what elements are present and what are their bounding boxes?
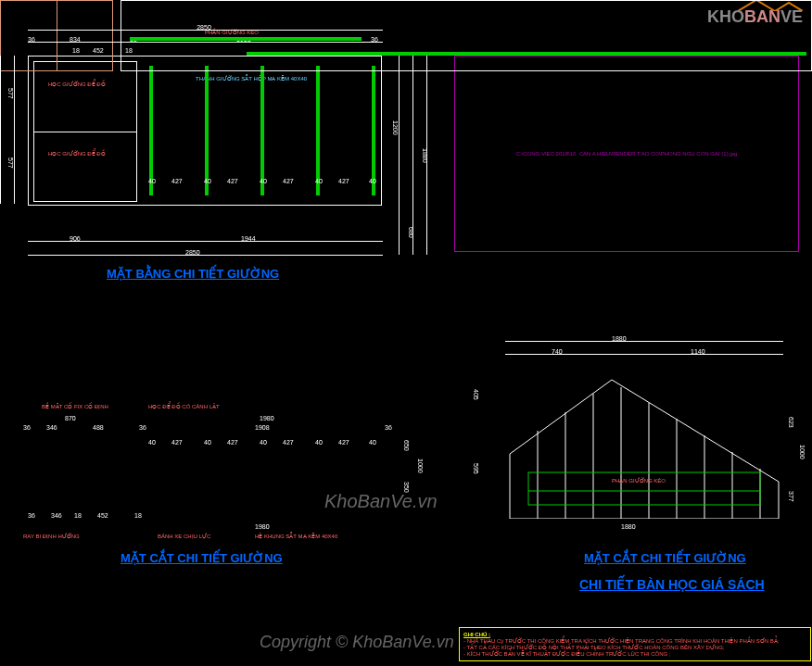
- watermark-copyright: Copyright © KhoBanVe.vn: [260, 633, 454, 652]
- dim-line: [28, 42, 383, 43]
- dim-slat2: 40: [204, 178, 211, 184]
- s1-ts0: 36: [23, 424, 31, 431]
- s2-bot: 1880: [621, 523, 636, 530]
- dim-slat4: 40: [260, 178, 267, 184]
- s1-ts4: 1908: [255, 424, 270, 431]
- stud: [205, 66, 209, 195]
- dim-vl0: 577: [7, 88, 14, 99]
- s2-vl1: 595: [473, 463, 479, 474]
- s2-vr2: 1000: [799, 445, 806, 459]
- s1-ts2: 488: [93, 424, 104, 431]
- section2-subtitle: CHI TIẾT BÀN HỌC GIÁ SÁCH: [579, 577, 765, 592]
- section1-left-frame: [0, 0, 113, 71]
- plan-title: MẶT BẰNG CHI TIẾT GIƯỜNG: [107, 267, 279, 281]
- dim-line: [14, 56, 15, 204]
- s1-b0: 36: [28, 512, 35, 519]
- s1-sl2: 40: [204, 439, 211, 446]
- s1-b2: 18: [74, 512, 82, 519]
- note-line: - KÍCH THƯỚC BẢN VẼ KĨ THUẬT ĐƯỢC ĐIỀU C…: [463, 650, 806, 657]
- s1-b1: 346: [51, 512, 62, 519]
- s1-top1: 1980: [260, 415, 274, 421]
- reference-image-box: C:\CONG VIEC 2018\10. CAN A HIEU\RENDER …: [454, 56, 799, 252]
- dim-line: [505, 341, 783, 342]
- drawer-top: HỌC GIƯỜNG ĐỂ ĐỒ: [34, 62, 136, 132]
- watermark-center: KhoBanVe.vn: [324, 491, 438, 512]
- s1-v2: 1000: [417, 459, 424, 473]
- plan-drawers: HỌC GIƯỜNG ĐỂ ĐỒ HỌC GIƯỜNG ĐỂ ĐỒ: [33, 61, 137, 202]
- dim-vf0: 1200: [392, 120, 399, 135]
- s1-sl5: 427: [283, 439, 294, 446]
- dim-line: [28, 255, 383, 256]
- s1-top0: 870: [65, 415, 76, 421]
- reference-path: C:\CONG VIEC 2018\10. CAN A HIEU\RENDER …: [516, 151, 738, 157]
- drawer-top-label: HỌC GIƯỜNG ĐỂ ĐỒ: [48, 81, 106, 87]
- note-line: - NHÀ THẦU Cý TRƯỚC THI CÔNG KIỂM TRA KÍ…: [463, 637, 806, 644]
- wheel-label: BÁNH XE CHỊU LỰC: [158, 533, 210, 539]
- dim-line: [28, 30, 383, 31]
- dim-slat5: 427: [283, 178, 294, 184]
- s1-v0: 650: [403, 440, 410, 451]
- section2-title: MẶT CẮT CHI TIẾT GIƯỜNG: [584, 551, 746, 565]
- frame-note: THANH GIƯỜNG SẮT HỘP MẠ KẼM 40X40: [196, 75, 307, 82]
- s2-vr0: 623: [788, 417, 794, 428]
- s1-sl7: 427: [338, 439, 349, 446]
- s1-sl1: 427: [171, 439, 183, 446]
- dim-line: [28, 241, 383, 242]
- divider: [57, 1, 57, 70]
- section1-view: PHẦN GIƯỜNG KÉO: [0, 0, 371, 74]
- s1-sl8: 40: [369, 439, 376, 446]
- s1-sl3: 427: [227, 439, 238, 446]
- dim-line: [426, 56, 427, 255]
- rail-label: RAY BI ĐỊNH HƯỚNG: [23, 533, 80, 539]
- note-line: - TẤT CẢ CÁC KÍCH THƯỚC ĐỒ NỘI THẤT PHẢI…: [463, 644, 806, 650]
- s2-vr1: 377: [788, 491, 794, 502]
- stud: [149, 66, 153, 195]
- s2-vl0: 405: [473, 389, 479, 400]
- s1-b4: 18: [134, 512, 142, 519]
- frame-label: HỆ KHUNG SẮT MẠ KẼM 40X40: [255, 533, 337, 539]
- stud: [316, 66, 320, 195]
- dim-slat7: 427: [338, 178, 349, 184]
- s1-sl6: 40: [315, 439, 323, 446]
- drawer-bot: HỌC GIƯỜNG ĐỂ ĐỒ: [34, 132, 136, 201]
- dim-slat6: 40: [315, 178, 323, 184]
- drawer-label: HỌC ĐỂ ĐỒ CÓ CÁNH LẬT: [148, 403, 220, 409]
- stud: [260, 66, 264, 195]
- section1-title: MẶT CẮT CHI TIẾT GIƯỜNG: [121, 551, 283, 565]
- dim-line: [0, 56, 1, 204]
- s1-ts3: 36: [139, 424, 146, 431]
- dim-line: [399, 56, 400, 255]
- house-outline-icon: [491, 361, 797, 519]
- stud: [372, 66, 375, 195]
- dim-slat3: 427: [227, 178, 238, 184]
- s1-ts1: 346: [46, 424, 57, 431]
- s1-b5: 1980: [255, 523, 270, 530]
- section2-view: PHẦN GIƯỜNG KÉO: [491, 361, 797, 519]
- section1-right-frame: PHẦN GIƯỜNG KÉO: [121, 0, 812, 71]
- dim-slat8: 40: [369, 178, 376, 184]
- surface-label: BỀ MẶT CỐ FIX CỐ ĐỊNH: [42, 403, 108, 409]
- section1-base: [247, 52, 806, 56]
- s1-b3: 452: [97, 512, 108, 519]
- dim-line: [505, 354, 783, 355]
- dim-line: [412, 56, 413, 255]
- slat-row: [130, 37, 362, 41]
- s1-ts5: 36: [385, 424, 392, 431]
- notes-box: GHI CHÚ : - NHÀ THẦU Cý TRƯỚC THI CÔNG K…: [459, 627, 811, 661]
- dim-slat0: 40: [148, 178, 156, 184]
- dim-vl1: 577: [7, 157, 14, 169]
- s1-sl0: 40: [148, 439, 156, 446]
- dim-slat1: 427: [171, 178, 183, 184]
- s1-sl4: 40: [260, 439, 267, 446]
- section2-pull: PHẦN GIƯỜNG KÉO: [612, 477, 666, 484]
- drawer-bot-label: HỌC GIƯỜNG ĐỂ ĐỒ: [48, 150, 106, 157]
